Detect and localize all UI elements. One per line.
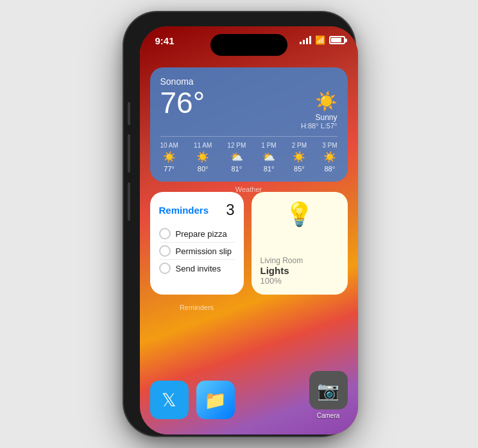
hour-label-6: 3 PM [322,142,337,149]
mute-switch[interactable] [128,182,130,221]
reminder-checkbox-3[interactable] [159,263,171,274]
weather-temperature: 76° [160,88,205,117]
reminder-item-3[interactable]: Send invites [159,260,235,277]
hour-temp-4: 81° [264,165,275,173]
widgets-row: Reminders 3 Prepare pizza Permission sli… [150,192,348,295]
camera-icon[interactable]: 📷 [309,371,348,409]
dynamic-island [210,34,287,56]
lights-name: Lights [260,265,339,276]
hour-label-5: 2 PM [292,142,307,149]
lights-percentage: 100% [260,276,339,286]
weather-lo: L:57° [321,122,337,130]
lights-info: Living Room Lights 100% [260,256,339,286]
twitter-app[interactable]: 𝕏 [150,381,189,419]
twitter-icon[interactable]: 𝕏 [150,381,189,419]
sun-icon: ☀️ [301,90,337,112]
signal-icon [300,37,311,44]
folder-icon: 📁 [204,390,226,411]
weather-hour-1: 10 AM ☀️ 77° [160,142,178,173]
weather-hour-4: 1 PM ⛅ 81° [261,142,276,173]
hour-label-4: 1 PM [261,142,276,149]
status-icons: 📶 [300,35,345,45]
reminders-title: Reminders [159,205,209,216]
widget-labels-row: Reminders [150,304,348,311]
hour-label-3: 12 PM [227,142,246,149]
weather-top: 76° ☀️ Sunny H:88° L:57° [160,88,337,130]
lights-room: Living Room [260,256,339,265]
status-time: 9:41 [155,35,175,46]
hour-icon-5: ☀️ [293,151,305,163]
weather-location: Sonoma [160,76,337,87]
weather-widget[interactable]: Sonoma 76° ☀️ Sunny H:88° L:57° [150,67,348,182]
weather-hour-2: 11 AM ☀️ 80° [194,142,212,173]
weather-condition: Sunny [301,113,337,122]
reminders-widget-label: Reminders [150,304,244,311]
phone-body: 9:41 📶 Sonoma [124,12,355,436]
bulb-icon: 💡 [260,201,339,228]
hour-temp-1: 77° [164,165,175,173]
reminder-text-2: Permission slip [176,246,232,256]
reminder-text-1: Prepare pizza [176,229,227,239]
reminders-count: 3 [226,201,234,219]
reminders-widget[interactable]: Reminders 3 Prepare pizza Permission sli… [150,192,244,295]
hour-temp-3: 81° [231,165,242,173]
phone-container: 9:41 📶 Sonoma [114,6,364,442]
hour-icon-1: ☀️ [163,151,176,163]
camera-app[interactable]: 📷 Camera [309,371,348,419]
hour-temp-5: 85° [294,165,305,173]
app-row: 𝕏 📁 📷 Camera [150,371,348,419]
weather-hour-5: 2 PM ☀️ 85° [292,142,307,173]
hour-icon-3: ⛅ [230,151,243,163]
files-app[interactable]: 📁 [196,381,235,419]
twitter-bird-icon: 𝕏 [162,390,176,411]
hour-temp-2: 80° [198,165,209,173]
lights-widget[interactable]: 💡 Living Room Lights 100% [252,192,348,295]
reminder-item-1[interactable]: Prepare pizza [159,225,235,243]
weather-hour-6: 3 PM ☀️ 88° [322,142,337,173]
files-icon[interactable]: 📁 [196,381,235,419]
weather-hour-3: 12 PM ⛅ 81° [227,142,246,173]
hour-icon-6: ☀️ [323,151,336,163]
hour-label-1: 10 AM [160,142,178,149]
reminder-checkbox-1[interactable] [159,228,171,239]
reminder-checkbox-2[interactable] [159,245,171,257]
camera-label: Camera [317,412,340,419]
reminder-text-3: Send invites [176,264,221,273]
hour-icon-4: ⛅ [262,151,275,163]
volume-down-button[interactable] [128,134,130,173]
phone-screen: 9:41 📶 Sonoma [140,26,358,435]
wifi-icon: 📶 [315,35,325,45]
weather-hourly: 10 AM ☀️ 77° 11 AM ☀️ 80° 12 PM ⛅ 81° [160,136,337,173]
hour-label-2: 11 AM [194,142,212,149]
camera-glyph: 📷 [317,380,339,401]
weather-right: ☀️ Sunny H:88° L:57° [301,88,337,130]
battery-icon [329,36,345,44]
volume-up-button[interactable] [128,102,130,125]
reminder-item-2[interactable]: Permission slip [159,243,235,260]
hour-icon-2: ☀️ [196,151,209,163]
reminders-header: Reminders 3 [159,201,235,219]
hour-temp-6: 88° [324,165,335,173]
weather-hilow: H:88° L:57° [301,122,337,130]
weather-hi: H:88° [301,122,319,130]
